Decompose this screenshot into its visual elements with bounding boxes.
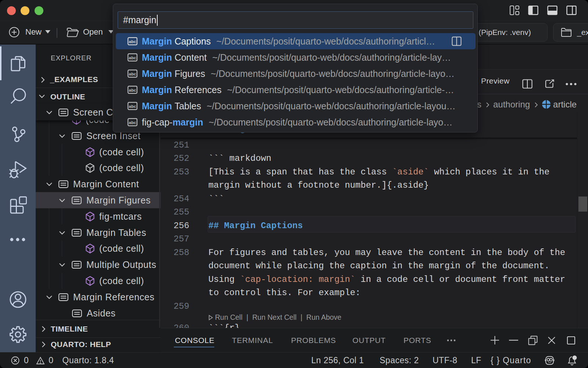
svg-text:abc: abc xyxy=(129,88,136,92)
svg-text:abc: abc xyxy=(129,72,136,76)
svg-text:abc: abc xyxy=(129,56,136,60)
svg-text:abc: abc xyxy=(129,39,136,44)
svg-text:abc: abc xyxy=(129,104,136,109)
svg-text:abc: abc xyxy=(129,120,136,125)
